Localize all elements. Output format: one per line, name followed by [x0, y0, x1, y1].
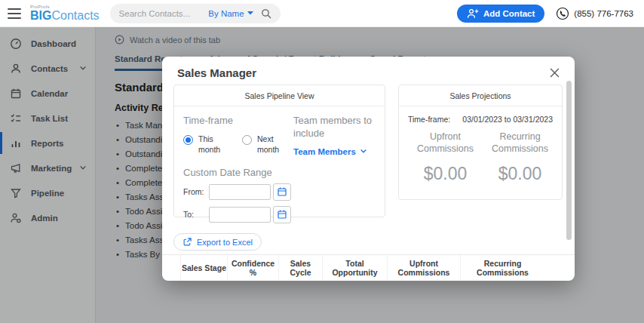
- upfront-commissions-label: Upfront Commissions: [408, 131, 483, 155]
- projections-timeframe-value: 03/01/2023 to 03/31/2023: [462, 115, 553, 124]
- table-header-recurring-commissions: Recurring Commissions: [460, 255, 544, 281]
- search-filter-dropdown[interactable]: By Name: [208, 9, 253, 18]
- phone-icon: [556, 7, 569, 20]
- from-label: From:: [183, 187, 209, 196]
- app-logo[interactable]: ProProfs BIGContacts: [30, 5, 100, 22]
- sales-projections-panel: Sales Projections Time-frame: 03/01/2023…: [398, 85, 563, 200]
- chevron-down-icon: [360, 149, 367, 154]
- team-members-dropdown[interactable]: Team Members: [293, 147, 376, 156]
- table-header-sales-stage: Sales Stage: [180, 255, 227, 281]
- modal-header: Sales Manager: [162, 57, 575, 85]
- header-right: Add Contact (855) 776-7763: [457, 5, 644, 23]
- export-icon: [182, 237, 192, 247]
- modal-title: Sales Manager: [177, 66, 256, 79]
- upfront-commissions-column: Upfront Commissions $0.00: [408, 131, 483, 184]
- modal-scrollbar[interactable]: [566, 81, 572, 240]
- search-icon[interactable]: [261, 8, 271, 19]
- close-icon[interactable]: [548, 66, 561, 79]
- upfront-commissions-value: $0.00: [408, 164, 483, 184]
- date-to-row: To:: [183, 206, 376, 223]
- export-to-excel-button[interactable]: Export to Excel: [173, 233, 262, 251]
- menu-icon[interactable]: [8, 5, 21, 22]
- sales-pipeline-view-panel: Sales Pipeline View Time-frame This mont…: [173, 85, 385, 217]
- phone-number: (855) 776-7763: [574, 9, 633, 18]
- table-header-confidence: Confidence %: [227, 255, 278, 281]
- add-contact-button[interactable]: Add Contact: [457, 5, 544, 23]
- support-phone[interactable]: (855) 776-7763: [556, 7, 633, 20]
- radio-selected-icon[interactable]: [183, 135, 193, 145]
- table-header-sales-cycle: Sales Cycle: [278, 255, 322, 281]
- logo-wordmark: BIGContacts: [30, 10, 100, 22]
- calendar-icon: [277, 186, 287, 197]
- radio-label: Next month: [257, 134, 284, 155]
- team-members-label: Team members to include: [293, 115, 376, 140]
- sales-table-header-row: Sales Stage Confidence % Sales Cycle Tot…: [162, 254, 575, 281]
- table-header-total-opportunity: Total Opportunity: [322, 255, 387, 281]
- team-members-dropdown-label: Team Members: [293, 147, 356, 156]
- to-label: To:: [183, 210, 209, 219]
- search-bar[interactable]: By Name: [110, 4, 281, 23]
- app-header: ProProfs BIGContacts By Name Add Contact: [0, 0, 644, 27]
- table-header-empty: [162, 255, 180, 281]
- caret-down-icon: [247, 11, 253, 15]
- custom-date-range-label: Custom Date Range: [183, 167, 376, 178]
- to-calendar-button[interactable]: [273, 206, 291, 223]
- from-calendar-button[interactable]: [273, 183, 291, 201]
- date-from-row: From:: [183, 183, 376, 201]
- search-filter-label: By Name: [208, 9, 244, 18]
- radio-label: This month: [198, 134, 225, 155]
- calendar-icon: [277, 209, 287, 220]
- timeframe-radio-group: This month Next month: [183, 134, 289, 155]
- recurring-commissions-label: Recurring Commissions: [483, 131, 557, 155]
- radio-this-month[interactable]: This month: [183, 134, 225, 155]
- timeframe-label: Time-frame: [183, 115, 289, 126]
- to-date-input[interactable]: [209, 207, 271, 223]
- radio-unselected-icon[interactable]: [242, 135, 252, 145]
- projections-timeframe-label: Time-frame:: [408, 115, 450, 124]
- radio-next-month[interactable]: Next month: [242, 134, 284, 155]
- recurring-commissions-column: Recurring Commissions $0.00: [483, 131, 557, 184]
- panel-title: Sales Pipeline View: [174, 85, 385, 106]
- recurring-commissions-value: $0.00: [483, 164, 557, 184]
- from-date-input[interactable]: [209, 184, 271, 200]
- export-to-excel-label: Export to Excel: [197, 238, 253, 247]
- sales-manager-modal: Sales Manager Sales Pipeline View Time-f…: [162, 57, 575, 281]
- table-header-upfront-commissions: Upfront Commissions: [387, 255, 460, 281]
- panel-title: Sales Projections: [399, 85, 562, 106]
- search-input[interactable]: [119, 9, 204, 18]
- add-contact-label: Add Contact: [483, 9, 535, 18]
- person-plus-icon: [467, 8, 479, 19]
